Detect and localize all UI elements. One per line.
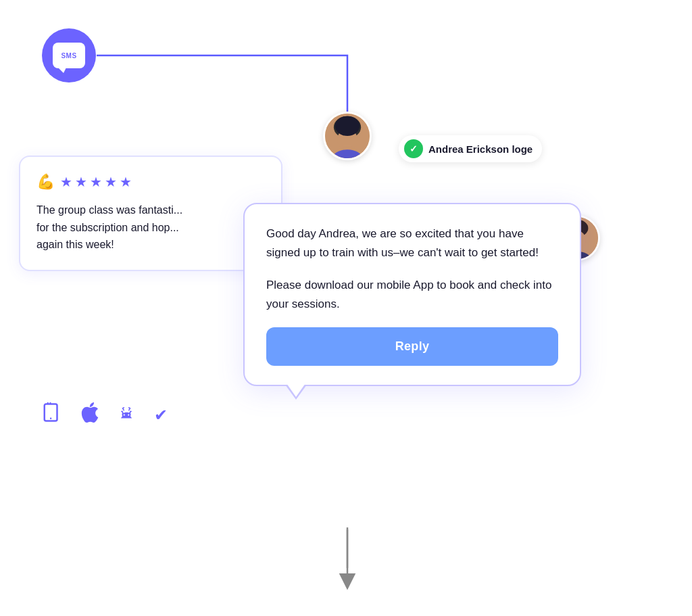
star-4: ★ [105, 174, 117, 190]
star-3: ★ [90, 174, 102, 190]
checkmark-icon: ✔ [154, 406, 168, 425]
review-text: The group class was fantasti... for the … [36, 202, 265, 254]
chat-bubble-main: Good day Andrea, we are so excited that … [243, 203, 581, 386]
apple-icon [81, 402, 99, 427]
tablet-icon [42, 402, 62, 427]
star-2: ★ [75, 174, 87, 190]
female-avatar [323, 112, 372, 160]
stars-container: ★ ★ ★ ★ ★ [60, 174, 132, 190]
reply-button[interactable]: Reply [266, 327, 558, 366]
main-scene: SMS ✓ Andrea Erickson loge 💪 [0, 0, 692, 616]
chat-message-text-2: Please download our mobile App to book a… [266, 276, 558, 314]
svg-point-5 [335, 116, 360, 136]
star-1: ★ [60, 174, 72, 190]
check-circle-icon: ✓ [404, 139, 423, 158]
chat-message-part1: Good day Andrea, we are so excited that … [266, 227, 539, 259]
sms-label: SMS [61, 52, 76, 60]
sms-icon-circle: SMS [42, 28, 96, 82]
female-avatar-svg [325, 112, 370, 160]
andrea-notification: ✓ Andrea Erickson loge [399, 135, 542, 162]
speech-bubble-icon: SMS [53, 43, 85, 68]
android-icon [118, 404, 135, 427]
star-5: ★ [120, 174, 132, 190]
icons-row: ✔ [42, 402, 168, 427]
andrea-name-label: Andrea Erickson loge [428, 143, 533, 155]
svg-point-9 [50, 418, 52, 420]
chat-message-text: Good day Andrea, we are so excited that … [266, 224, 558, 262]
muscle-emoji: 💪 [36, 173, 55, 191]
review-header: 💪 ★ ★ ★ ★ ★ [36, 173, 265, 191]
